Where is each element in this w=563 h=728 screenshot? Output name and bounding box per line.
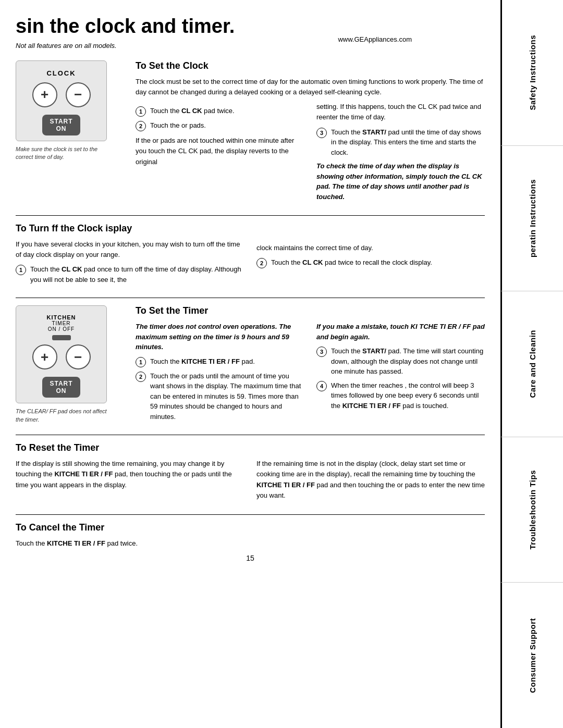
sidebar-care-label: Care and Cleanin [528, 330, 537, 398]
cancel-timer-section: To Cancel the Timer Touch the KITCHE TI … [16, 522, 485, 549]
clock-step-3: 3 Touch the START/ pad until the time of… [316, 127, 485, 158]
sidebar-operating: peratin Instructions [500, 146, 563, 292]
turn-off-title: To Turn ff the Clock isplay [16, 223, 244, 234]
timer-step-3-text: Touch the START/ pad. The time will star… [331, 346, 485, 377]
timer-diagram-caption: The CLEAR/ FF pad does not affect the ti… [16, 408, 107, 424]
timer-minus-button[interactable]: − [66, 344, 91, 369]
timer-mid-label: TIMER [52, 320, 70, 326]
turn-off-step-2-text: Touch the CL CK pad twice to recall the … [271, 257, 432, 268]
timer-step-2-text: Touch the or pads until the amount of ti… [150, 371, 304, 422]
turn-off-left: To Turn ff the Clock isplay If you have … [16, 223, 244, 288]
timer-diagram-buttons: + − [32, 344, 91, 369]
turn-off-right: clock maintains the correct time of day.… [256, 223, 485, 288]
reset-timer-right-text: If the remaining time is not in the disp… [256, 459, 485, 501]
timer-step-3: 3 Touch the START/ pad. The time will st… [316, 346, 485, 377]
clock-step-1-text: Touch the CL CK pad twice. [150, 106, 235, 116]
divider-4 [16, 514, 485, 515]
sidebar-consumer: Consumer Support [500, 583, 563, 728]
reset-timer-title: To Reset the Timer [16, 442, 485, 453]
main-content: sin the clock and timer. www.GEAppliance… [0, 0, 500, 728]
cancel-timer-title: To Cancel the Timer [16, 522, 485, 533]
clock-diagram-caption: Make sure the clock is set to the correc… [16, 145, 107, 162]
timer-step-1-text: Touch the KITCHE TI ER / FF pad. [150, 356, 255, 367]
timer-plus-button[interactable]: + [32, 344, 57, 369]
clock-step-2-num: 2 [136, 121, 146, 131]
clock-right-inner: setting. If this happens, touch the CL C… [316, 102, 485, 206]
turn-off-step-1-num: 1 [16, 265, 26, 275]
timer-step-4-num: 4 [316, 381, 327, 391]
sidebar-troubleshooting-label: Troubleshootin Tips [528, 470, 537, 550]
clock-section-title: To Set the Clock [136, 60, 485, 71]
clock-body-text: The clock must be set to the correct tim… [136, 77, 485, 97]
turn-off-body: If you have several clocks in your kitch… [16, 239, 244, 260]
clock-diagram-label: CLOCK [46, 69, 76, 77]
clock-note: To check the time of day when the displa… [316, 161, 485, 202]
turn-off-section: To Turn ff the Clock isplay If you have … [16, 223, 485, 288]
turn-off-step-2: 2 Touch the CL CK pad twice to recall th… [256, 257, 485, 268]
clock-diagram-buttons: + − [32, 82, 91, 107]
clock-step-list: 1 Touch the CL CK pad twice. 2 Touch the… [136, 106, 304, 131]
turn-off-step-1-text: Touch the CL CK pad once to turn off the… [30, 264, 244, 285]
clock-step-1-num: 1 [136, 106, 146, 117]
clock-left-inner: 1 Touch the CL CK pad twice. 2 Touch the… [136, 102, 304, 206]
turn-off-step-2-num: 2 [256, 258, 267, 268]
page-title: sin the clock and timer. [16, 16, 485, 38]
clock-content-col: To Set the Clock The clock must be set t… [136, 60, 485, 206]
divider-2 [16, 298, 485, 298]
sidebar-safety-label: Safety Instructions [528, 35, 537, 110]
timer-label-box: KITCHEN TIMER ON / OFF [47, 314, 76, 332]
clock-two-col-inner: 1 Touch the CL CK pad twice. 2 Touch the… [136, 102, 485, 206]
subtitle: Not all features are on all models. [16, 41, 485, 51]
cancel-timer-text: Touch the KITCHE TI ER / FF pad twice. [16, 538, 485, 549]
page-number: 15 [16, 554, 485, 562]
clock-step-3-num: 3 [316, 128, 327, 138]
clock-diagram: CLOCK + − START ON [16, 60, 107, 141]
timer-step-2: 2 Touch the or pads until the amount of … [136, 371, 304, 422]
right-sidebar: Safety Instructions peratin Instructions… [500, 0, 563, 728]
clock-step-2-text: Touch the or pads. [150, 120, 206, 131]
timer-two-col-inner: The timer does not control oven operatio… [136, 322, 485, 425]
timer-note-bold1: The timer does not control oven operatio… [136, 322, 304, 352]
sidebar-operating-label: peratin Instructions [528, 179, 537, 257]
timer-on-off-label: ON / OFF [48, 326, 75, 332]
reset-timer-right: If the remaining time is not in the disp… [256, 459, 485, 505]
clock-minus-button[interactable]: − [66, 82, 91, 107]
clock-plus-button[interactable]: + [32, 82, 57, 107]
timer-section: KITCHEN TIMER ON / OFF + − START ON The … [16, 305, 485, 425]
sidebar-consumer-label: Consumer Support [528, 618, 537, 693]
timer-step-3-num: 3 [316, 347, 327, 357]
reset-timer-left-text: If the display is still showing the time… [16, 459, 244, 490]
clock-start-button[interactable]: START ON [42, 115, 80, 135]
timer-step-4: 4 When the timer reaches , the control w… [316, 380, 485, 411]
clock-body-text2: If the or pads are not touched within on… [136, 135, 304, 167]
timer-content-col: To Set the Timer The timer does not cont… [136, 305, 485, 425]
timer-note-bold2: If you make a mistake, touch KI TCHE TI … [316, 322, 485, 342]
timer-right-inner: If you make a mistake, touch KI TCHE TI … [316, 322, 485, 425]
turn-off-step-1: 1 Touch the CL CK pad once to turn off t… [16, 264, 244, 285]
turn-off-right-text1: clock maintains the correct time of day. [256, 243, 485, 253]
website-url: www.GEAppliances.com [338, 35, 412, 43]
timer-left-inner: The timer does not control oven operatio… [136, 322, 304, 425]
clock-diagram-col: CLOCK + − START ON Make sure the clock i… [16, 60, 120, 206]
timer-step-1: 1 Touch the KITCHE TI ER / FF pad. [136, 356, 304, 367]
divider-3 [16, 435, 485, 435]
timer-diagram: KITCHEN TIMER ON / OFF + − START ON [16, 305, 107, 403]
timer-top-label: KITCHEN [47, 314, 76, 320]
reset-timer-section: To Reset the Timer If the display is sti… [16, 442, 485, 505]
timer-diagram-col: KITCHEN TIMER ON / OFF + − START ON The … [16, 305, 120, 425]
timer-step-2-num: 2 [136, 372, 146, 382]
timer-start-button[interactable]: START ON [42, 377, 80, 398]
divider-1 [16, 215, 485, 216]
clock-section: CLOCK + − START ON Make sure the clock i… [16, 60, 485, 206]
timer-step-4-text: When the timer reaches , the control wil… [331, 380, 485, 411]
clock-step-1: 1 Touch the CL CK pad twice. [136, 106, 304, 117]
timer-section-title: To Set the Timer [136, 305, 485, 316]
sidebar-care: Care and Cleanin [500, 291, 563, 437]
timer-step-1-num: 1 [136, 357, 146, 367]
clock-right-text1: setting. If this happens, touch the CL C… [316, 102, 485, 122]
sidebar-safety: Safety Instructions [500, 0, 563, 146]
clock-step-3-text: Touch the START/ pad until the time of d… [331, 127, 485, 158]
reset-timer-left: If the display is still showing the time… [16, 459, 244, 505]
clock-step-2: 2 Touch the or pads. [136, 120, 304, 131]
sidebar-troubleshooting: Troubleshootin Tips [500, 437, 563, 583]
